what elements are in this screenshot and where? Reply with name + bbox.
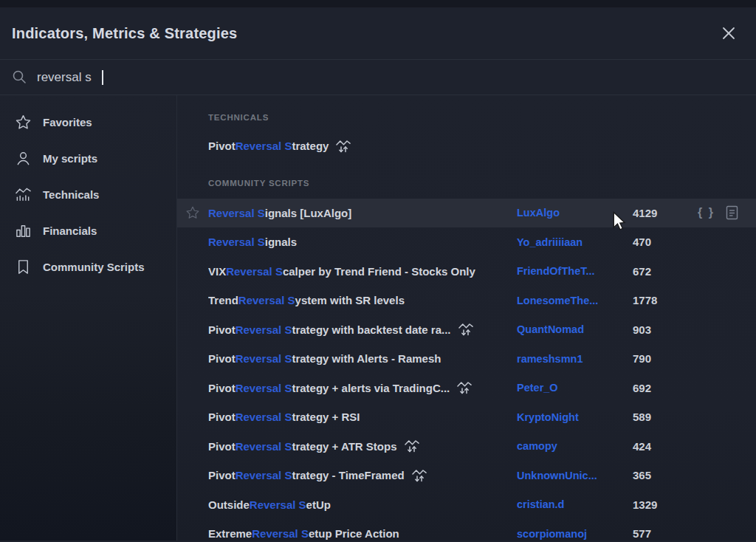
title-text: trategy + RSI [292,411,360,423]
likes-count: 1778 [633,294,698,306]
title-text: trategy - TimeFramed [292,469,404,481]
text-caret [102,70,103,85]
title-text: Pivot [208,411,236,423]
bookmark-icon [15,258,32,275]
row-actions: { } [698,205,738,220]
script-author-link[interactable]: UnknownUnic... [517,470,633,481]
likes-count: 365 [633,469,698,481]
indicators-dialog: { "header": { "title": "Indicators, Metr… [0,0,756,542]
script-title: Reversal Signals [208,236,517,248]
likes-count: 692 [633,382,698,394]
sidebar-item-community-scripts[interactable]: Community Scripts [0,249,176,285]
script-title: Pivot Reversal Strategy + ATR Stops [208,439,517,453]
script-page-icon[interactable] [726,205,738,220]
title-text: Pivot [208,382,236,394]
script-row[interactable]: Reversal Signals [LuxAlgo]LuxAlgo4129{ } [177,199,756,228]
strategy-icon [336,140,351,153]
script-author-link[interactable]: KryptoNight [517,411,633,423]
title-match-highlight: Reversal S [250,498,306,511]
search-query-text: reversal s [37,70,92,85]
script-author-link[interactable]: QuantNomad [517,323,633,335]
sidebar-item-label: My scripts [43,152,97,165]
script-author-link[interactable]: FriendOfTheT... [517,265,633,277]
title-text: calper by Trend Friend - Stocks Only [283,265,475,278]
script-row[interactable]: Pivot Reversal Strategy with Alerts - Ra… [177,344,756,374]
title-match-highlight: Reversal S [208,207,265,219]
dialog-header: Indicators, Metrics & Strategies [0,7,756,60]
technicals-icon [15,186,32,203]
script-author-link[interactable]: camopy [517,440,633,452]
title-match-highlight: Reversal S [236,382,292,394]
script-title: Pivot Reversal Strategy [208,140,517,153]
sidebar-item-label: Financials [43,224,97,237]
title-text: etup Price Action [309,527,399,540]
strategy-icon [458,323,473,336]
script-title: Pivot Reversal Strategy - TimeFramed [208,469,517,482]
likes-count: 672 [633,265,698,278]
title-match-highlight: Reversal S [236,352,292,365]
likes-count: 589 [633,411,698,423]
title-text: Pivot [208,140,236,152]
script-author-link[interactable]: rameshsmn1 [517,353,633,365]
script-row[interactable]: Pivot Reversal Strategy - TimeFramedUnkn… [177,461,756,490]
script-author-link[interactable]: Peter_O [517,382,633,394]
script-row[interactable]: Pivot Reversal Strategy + ATR Stopscamop… [177,432,756,462]
title-text: Pivot [208,440,236,453]
sidebar-item-financials[interactable]: Financials [0,213,176,249]
title-match-highlight: Reversal S [208,236,265,248]
search-icon [12,69,27,85]
script-author-link[interactable]: scorpiomanoj [517,528,633,540]
script-title: Reversal Signals [LuxAlgo] [208,207,517,219]
section-header: COMMUNITY SCRIPTS [208,179,756,188]
title-match-highlight: Reversal S [238,294,295,306]
title-match-highlight: Reversal S [236,411,292,423]
script-row[interactable]: Extreme Reversal Setup Price Actionscorp… [177,519,756,541]
script-row[interactable]: Pivot Reversal Strategy [177,131,756,161]
strategy-icon [405,439,419,453]
likes-count: 470 [633,236,698,248]
favorite-star-icon[interactable] [185,205,200,220]
script-title: Extreme Reversal Setup Price Action [208,527,517,540]
likes-count: 424 [633,440,698,453]
script-title: Pivot Reversal Strategy + RSI [208,411,517,423]
script-row[interactable]: Reversal SignalsYo_adriiiiaan470 [177,227,756,257]
title-text: VIX [208,265,226,278]
title-match-highlight: Reversal S [236,323,292,336]
script-author-link[interactable]: LonesomeThe... [517,295,633,306]
title-text: trategy with backtest date ra... [292,323,450,336]
title-text: trategy with Alerts - Ramesh [292,352,441,365]
script-title: Pivot Reversal Strategy with Alerts - Ra… [208,352,517,365]
dialog-title: Indicators, Metrics & Strategies [12,25,237,42]
search-input[interactable]: reversal s [0,60,756,95]
script-author-link[interactable]: Yo_adriiiiaan [517,236,633,248]
sidebar-item-label: Technicals [43,188,99,201]
script-title: VIX Reversal Scalper by Trend Friend - S… [208,265,517,278]
title-text: ignals [LuxAlgo] [265,207,352,219]
close-icon[interactable] [721,25,737,41]
script-row[interactable]: Trend Reversal System with SR levelsLone… [177,286,756,315]
title-match-highlight: Reversal S [236,140,292,152]
title-text: Trend [208,294,238,306]
script-row[interactable]: Outside Reversal SetUpcristian.d1329 [177,490,756,520]
script-author-link[interactable]: cristian.d [517,498,633,510]
title-text: Pivot [208,323,236,336]
results-list: TECHNICALSPivot Reversal StrategyCOMMUNI… [177,113,756,541]
title-text: Outside [208,498,250,511]
script-title: Outside Reversal SetUp [208,498,517,511]
script-row[interactable]: Pivot Reversal Strategy + alerts via Tra… [177,374,756,403]
script-author-link[interactable]: LuxAlgo [517,207,633,219]
script-row[interactable]: Pivot Reversal Strategy + RSIKryptoNight… [177,402,756,432]
likes-count: 790 [633,352,698,365]
title-text: Extreme [208,527,252,540]
sidebar-item-favorites[interactable]: Favorites [0,104,176,140]
strategy-icon [412,469,427,482]
window-top-strip [0,0,756,7]
sidebar-item-technicals[interactable]: Technicals [0,176,176,213]
script-title: Pivot Reversal Strategy + alerts via Tra… [208,381,517,394]
script-row[interactable]: Pivot Reversal Strategy with backtest da… [177,315,756,345]
financials-icon [15,222,32,239]
title-match-highlight: Reversal S [236,469,292,481]
source-code-icon[interactable]: { } [698,206,715,219]
sidebar-item-my-scripts[interactable]: My scripts [0,140,176,176]
script-row[interactable]: VIX Reversal Scalper by Trend Friend - S… [177,257,756,287]
